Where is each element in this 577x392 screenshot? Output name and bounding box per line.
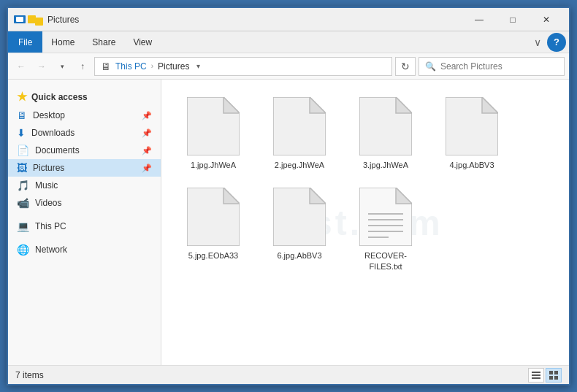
downloads-label: Downloads — [31, 128, 74, 138]
window-title: Pictures — [47, 15, 462, 25]
file-icon-f5 — [187, 188, 240, 246]
quick-access-label: Quick access — [31, 92, 88, 102]
sidebar-item-thispc[interactable]: 💻 This PC — [8, 218, 161, 235]
nav-forward-button[interactable]: → — [33, 58, 50, 75]
downloads-pin-icon: 📌 — [142, 128, 152, 138]
search-icon: 🔍 — [425, 61, 436, 72]
menu-bar: File Home Share View ∨ ? — [8, 31, 569, 53]
list-view-button[interactable] — [528, 368, 544, 383]
menu-share[interactable]: Share — [83, 31, 124, 53]
menu-view[interactable]: View — [124, 31, 161, 53]
svg-marker-3 — [310, 97, 326, 113]
breadcrumb-dropdown-icon[interactable]: ▾ — [196, 62, 200, 70]
desktop-icon: 🖥 — [17, 109, 27, 121]
file-item-f7[interactable]: RECOVER-FILES.txt — [345, 182, 426, 277]
maximize-button[interactable]: □ — [496, 8, 530, 31]
svg-rect-23 — [554, 371, 558, 374]
file-item-f3[interactable]: 3.jpg.JhWeA — [345, 91, 426, 176]
svg-marker-9 — [223, 188, 240, 204]
sidebar-item-pictures[interactable]: 🖼 Pictures 📌 — [8, 159, 161, 177]
pictures-icon: 🖼 — [17, 162, 27, 174]
documents-icon: 📄 — [17, 145, 29, 156]
file-item-f4[interactable]: 4.jpg.AbBV3 — [432, 91, 512, 176]
view-buttons — [528, 368, 562, 383]
close-button[interactable]: ✕ — [530, 8, 563, 31]
large-icons-view-button[interactable] — [546, 368, 562, 383]
nav-up-button[interactable]: ↑ — [74, 58, 91, 75]
file-icon-f4 — [446, 97, 498, 155]
svg-marker-13 — [396, 188, 412, 204]
file-name-f1: 1.jpg.JhWeA — [191, 160, 236, 170]
svg-marker-5 — [396, 97, 412, 113]
minimize-button[interactable]: — — [462, 8, 496, 31]
nav-dropdown-button[interactable]: ▾ — [53, 58, 71, 75]
thispc-icon: 🖥 — [101, 61, 111, 72]
sidebar-item-downloads[interactable]: ⬇ Downloads 📌 — [8, 124, 161, 142]
help-button[interactable]: ? — [547, 33, 566, 52]
explorer-window: Pictures — □ ✕ File Home Share View ∨ ? … — [7, 7, 570, 385]
breadcrumb[interactable]: 🖥 This PC › Pictures ▾ — [94, 57, 392, 76]
pictures-pin-icon: 📌 — [142, 164, 152, 173]
breadcrumb-thispc[interactable]: This PC — [115, 61, 147, 72]
breadcrumb-separator: › — [151, 62, 153, 70]
svg-rect-24 — [549, 376, 553, 380]
file-name-f3: 3.jpg.JhWeA — [363, 160, 408, 170]
network-icon: 🌐 — [17, 244, 29, 255]
downloads-icon: ⬇ — [17, 127, 26, 139]
search-input[interactable] — [440, 61, 558, 72]
file-name-f4: 4.jpg.AbBV3 — [449, 160, 494, 170]
file-item-f1[interactable]: 1.jpg.JhWeA — [173, 91, 253, 176]
title-icon — [14, 14, 43, 26]
file-icon-f2 — [273, 97, 326, 155]
sidebar-item-music[interactable]: 🎵 Music — [8, 177, 161, 194]
svg-marker-11 — [310, 188, 326, 204]
refresh-button[interactable]: ↻ — [395, 57, 416, 76]
file-item-f2[interactable]: 2.jpeg.JhWeA — [259, 91, 340, 176]
item-count: 7 items — [15, 370, 528, 380]
file-name-f2: 2.jpeg.JhWeA — [275, 160, 324, 170]
file-name-f7: RECOVER-FILES.txt — [351, 250, 420, 272]
sidebar-item-network[interactable]: 🌐 Network — [8, 241, 161, 258]
file-icon-f3 — [359, 97, 412, 155]
svg-marker-7 — [482, 97, 498, 113]
videos-label: Videos — [35, 198, 61, 208]
svg-marker-1 — [223, 97, 240, 113]
menu-file[interactable]: File — [8, 31, 42, 53]
svg-rect-20 — [532, 374, 540, 376]
videos-icon: 📹 — [17, 197, 29, 209]
svg-rect-21 — [532, 377, 540, 379]
file-name-f5: 5.jpg.EObA33 — [188, 250, 239, 261]
sidebar-item-videos[interactable]: 📹 Videos — [8, 194, 161, 212]
file-name-f6: 6.jpg.AbBV3 — [277, 250, 321, 261]
file-area: list.com 1.jpg.JhWeA 2.jpeg.JhWeA 3.jpg.… — [161, 80, 569, 365]
title-bar: Pictures — □ ✕ — [8, 8, 569, 31]
search-box[interactable]: 🔍 — [419, 57, 565, 76]
menu-home[interactable]: Home — [42, 31, 83, 53]
title-controls: — □ ✕ — [462, 8, 563, 31]
file-item-f5[interactable]: 5.jpg.EObA33 — [173, 182, 253, 277]
desktop-label: Desktop — [33, 110, 65, 120]
file-icon-f1 — [187, 97, 240, 155]
music-label: Music — [35, 180, 58, 191]
sidebar-item-desktop[interactable]: 🖥 Desktop 📌 — [8, 107, 161, 124]
svg-rect-22 — [549, 371, 553, 374]
status-bar: 7 items — [8, 365, 569, 384]
documents-pin-icon: 📌 — [142, 146, 152, 155]
ribbon-collapse-icon[interactable]: ∨ — [528, 31, 547, 53]
file-item-f6[interactable]: 6.jpg.AbBV3 — [259, 182, 340, 277]
sidebar-item-documents[interactable]: 📄 Documents 📌 — [8, 142, 161, 159]
main-area: ★ Quick access 🖥 Desktop 📌 ⬇ Downloads 📌… — [8, 80, 569, 365]
thispc-sidebar-label: This PC — [35, 221, 66, 231]
svg-rect-19 — [532, 372, 540, 373]
quick-access-icon: ★ — [17, 90, 27, 104]
thispc-sidebar-icon: 💻 — [17, 220, 29, 232]
sidebar: ★ Quick access 🖥 Desktop 📌 ⬇ Downloads 📌… — [8, 80, 161, 365]
file-icon-f6 — [273, 188, 326, 246]
file-icon-f7 — [359, 188, 412, 246]
nav-back-button[interactable]: ← — [12, 58, 30, 75]
breadcrumb-pictures[interactable]: Pictures — [158, 61, 189, 72]
quick-access-section: ★ Quick access — [8, 85, 161, 107]
network-label: Network — [35, 245, 67, 255]
documents-label: Documents — [35, 145, 80, 155]
music-icon: 🎵 — [17, 180, 29, 191]
